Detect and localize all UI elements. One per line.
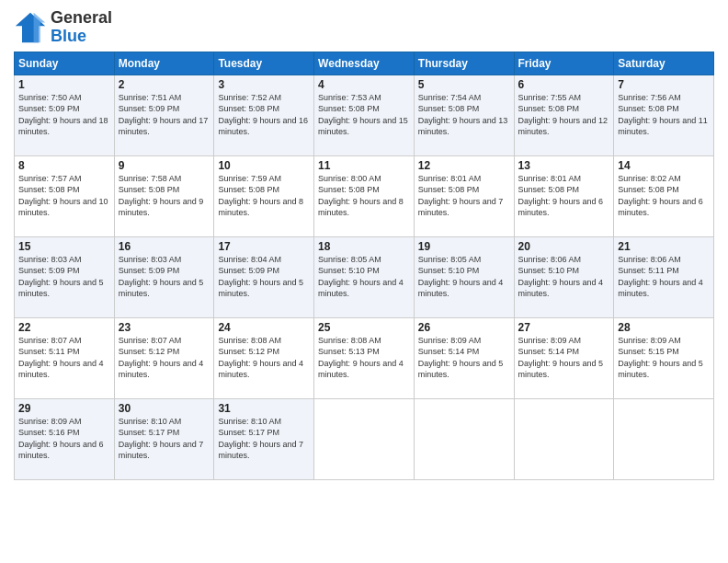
calendar-cell: 19 Sunrise: 8:05 AM Sunset: 5:10 PM Dayl… [414, 236, 514, 317]
day-info: Sunrise: 8:03 AM Sunset: 5:09 PM Dayligh… [18, 254, 110, 300]
calendar-cell: 15 Sunrise: 8:03 AM Sunset: 5:09 PM Dayl… [15, 236, 115, 317]
day-number: 5 [418, 78, 510, 91]
day-number: 1 [18, 78, 110, 91]
calendar-cell: 28 Sunrise: 8:09 AM Sunset: 5:15 PM Dayl… [614, 317, 714, 398]
day-number: 21 [618, 240, 710, 253]
calendar-cell: 8 Sunrise: 7:57 AM Sunset: 5:08 PM Dayli… [15, 155, 115, 236]
calendar-cell: 25 Sunrise: 8:08 AM Sunset: 5:13 PM Dayl… [314, 317, 415, 398]
calendar-cell: 20 Sunrise: 8:06 AM Sunset: 5:10 PM Dayl… [514, 236, 614, 317]
calendar-cell: 2 Sunrise: 7:51 AM Sunset: 5:09 PM Dayli… [114, 75, 214, 155]
day-number: 14 [618, 159, 710, 172]
calendar-week: 22 Sunrise: 8:07 AM Sunset: 5:11 PM Dayl… [15, 317, 714, 398]
day-info: Sunrise: 8:07 AM Sunset: 5:11 PM Dayligh… [18, 335, 110, 381]
calendar-week: 8 Sunrise: 7:57 AM Sunset: 5:08 PM Dayli… [15, 155, 714, 236]
day-number: 22 [18, 321, 110, 334]
day-info: Sunrise: 8:01 AM Sunset: 5:08 PM Dayligh… [518, 173, 610, 219]
day-number: 12 [418, 159, 510, 172]
calendar-week: 29 Sunrise: 8:09 AM Sunset: 5:16 PM Dayl… [15, 398, 714, 479]
calendar-cell: 24 Sunrise: 8:08 AM Sunset: 5:12 PM Dayl… [214, 317, 314, 398]
calendar-cell: 21 Sunrise: 8:06 AM Sunset: 5:11 PM Dayl… [614, 236, 714, 317]
weekday-header: Tuesday [214, 52, 314, 75]
day-info: Sunrise: 8:06 AM Sunset: 5:11 PM Dayligh… [618, 254, 710, 300]
calendar-cell: 31 Sunrise: 8:10 AM Sunset: 5:17 PM Dayl… [214, 398, 314, 479]
weekday-header: Saturday [614, 52, 714, 75]
day-number: 19 [418, 240, 510, 253]
day-number: 6 [518, 78, 610, 91]
calendar-body: 1 Sunrise: 7:50 AM Sunset: 5:09 PM Dayli… [15, 75, 714, 479]
day-number: 29 [18, 402, 110, 415]
day-info: Sunrise: 8:01 AM Sunset: 5:08 PM Dayligh… [418, 173, 510, 219]
day-number: 10 [218, 159, 310, 172]
day-number: 3 [218, 78, 310, 91]
svg-marker-1 [34, 13, 46, 42]
calendar-cell: 1 Sunrise: 7:50 AM Sunset: 5:09 PM Dayli… [15, 75, 115, 155]
day-info: Sunrise: 7:57 AM Sunset: 5:08 PM Dayligh… [18, 173, 110, 219]
day-info: Sunrise: 7:50 AM Sunset: 5:09 PM Dayligh… [18, 92, 110, 138]
calendar-cell: 13 Sunrise: 8:01 AM Sunset: 5:08 PM Dayl… [514, 155, 614, 236]
day-info: Sunrise: 8:09 AM Sunset: 5:14 PM Dayligh… [518, 335, 610, 381]
day-info: Sunrise: 8:02 AM Sunset: 5:08 PM Dayligh… [618, 173, 710, 219]
calendar-cell: 4 Sunrise: 7:53 AM Sunset: 5:08 PM Dayli… [314, 75, 415, 155]
day-info: Sunrise: 8:05 AM Sunset: 5:10 PM Dayligh… [418, 254, 510, 300]
calendar-week: 1 Sunrise: 7:50 AM Sunset: 5:09 PM Dayli… [15, 75, 714, 155]
calendar-cell: 3 Sunrise: 7:52 AM Sunset: 5:08 PM Dayli… [214, 75, 314, 155]
day-info: Sunrise: 7:56 AM Sunset: 5:08 PM Dayligh… [618, 92, 710, 138]
day-number: 2 [119, 78, 210, 91]
day-number: 4 [318, 78, 410, 91]
day-info: Sunrise: 8:06 AM Sunset: 5:10 PM Dayligh… [518, 254, 610, 300]
day-info: Sunrise: 7:58 AM Sunset: 5:08 PM Dayligh… [119, 173, 210, 219]
logo-text: General Blue [51, 9, 112, 46]
calendar-cell: 27 Sunrise: 8:09 AM Sunset: 5:14 PM Dayl… [514, 317, 614, 398]
day-number: 13 [518, 159, 610, 172]
calendar-cell: 30 Sunrise: 8:10 AM Sunset: 5:17 PM Dayl… [114, 398, 214, 479]
calendar-cell: 22 Sunrise: 8:07 AM Sunset: 5:11 PM Dayl… [15, 317, 115, 398]
day-number: 25 [318, 321, 410, 334]
day-number: 27 [518, 321, 610, 334]
calendar-cell [614, 398, 714, 479]
day-info: Sunrise: 7:53 AM Sunset: 5:08 PM Dayligh… [318, 92, 410, 138]
calendar-cell: 5 Sunrise: 7:54 AM Sunset: 5:08 PM Dayli… [414, 75, 514, 155]
day-number: 20 [518, 240, 610, 253]
day-info: Sunrise: 8:08 AM Sunset: 5:12 PM Dayligh… [218, 335, 310, 381]
day-number: 7 [618, 78, 710, 91]
day-number: 9 [119, 159, 210, 172]
day-number: 16 [119, 240, 210, 253]
day-info: Sunrise: 8:10 AM Sunset: 5:17 PM Dayligh… [119, 416, 210, 462]
day-info: Sunrise: 8:08 AM Sunset: 5:13 PM Dayligh… [318, 335, 410, 381]
day-number: 30 [119, 402, 210, 415]
calendar-cell [414, 398, 514, 479]
calendar-cell: 12 Sunrise: 8:01 AM Sunset: 5:08 PM Dayl… [414, 155, 514, 236]
calendar-cell: 10 Sunrise: 7:59 AM Sunset: 5:08 PM Dayl… [214, 155, 314, 236]
calendar-cell: 16 Sunrise: 8:03 AM Sunset: 5:09 PM Dayl… [114, 236, 214, 317]
day-number: 18 [318, 240, 410, 253]
day-info: Sunrise: 8:07 AM Sunset: 5:12 PM Dayligh… [119, 335, 210, 381]
day-number: 26 [418, 321, 510, 334]
calendar-cell: 9 Sunrise: 7:58 AM Sunset: 5:08 PM Dayli… [114, 155, 214, 236]
day-number: 8 [18, 159, 110, 172]
day-info: Sunrise: 7:59 AM Sunset: 5:08 PM Dayligh… [218, 173, 310, 219]
day-number: 11 [318, 159, 410, 172]
calendar-cell: 7 Sunrise: 7:56 AM Sunset: 5:08 PM Dayli… [614, 75, 714, 155]
calendar-page: General Blue SundayMondayTuesdayWednesda… [0, 0, 728, 563]
day-info: Sunrise: 8:00 AM Sunset: 5:08 PM Dayligh… [318, 173, 410, 219]
day-info: Sunrise: 8:09 AM Sunset: 5:15 PM Dayligh… [618, 335, 710, 381]
calendar-table: SundayMondayTuesdayWednesdayThursdayFrid… [14, 52, 714, 480]
day-info: Sunrise: 7:51 AM Sunset: 5:09 PM Dayligh… [119, 92, 210, 138]
calendar-cell [514, 398, 614, 479]
calendar-cell: 23 Sunrise: 8:07 AM Sunset: 5:12 PM Dayl… [114, 317, 214, 398]
day-info: Sunrise: 8:04 AM Sunset: 5:09 PM Dayligh… [218, 254, 310, 300]
logo-icon [14, 11, 47, 44]
day-info: Sunrise: 8:09 AM Sunset: 5:16 PM Dayligh… [18, 416, 110, 462]
weekday-header: Wednesday [314, 52, 415, 75]
weekday-row: SundayMondayTuesdayWednesdayThursdayFrid… [15, 52, 714, 75]
day-number: 23 [119, 321, 210, 334]
calendar-header: SundayMondayTuesdayWednesdayThursdayFrid… [15, 52, 714, 75]
calendar-cell: 17 Sunrise: 8:04 AM Sunset: 5:09 PM Dayl… [214, 236, 314, 317]
weekday-header: Sunday [15, 52, 115, 75]
weekday-header: Thursday [414, 52, 514, 75]
day-number: 17 [218, 240, 310, 253]
day-number: 24 [218, 321, 310, 334]
calendar-cell: 18 Sunrise: 8:05 AM Sunset: 5:10 PM Dayl… [314, 236, 415, 317]
day-info: Sunrise: 8:09 AM Sunset: 5:14 PM Dayligh… [418, 335, 510, 381]
calendar-cell: 26 Sunrise: 8:09 AM Sunset: 5:14 PM Dayl… [414, 317, 514, 398]
